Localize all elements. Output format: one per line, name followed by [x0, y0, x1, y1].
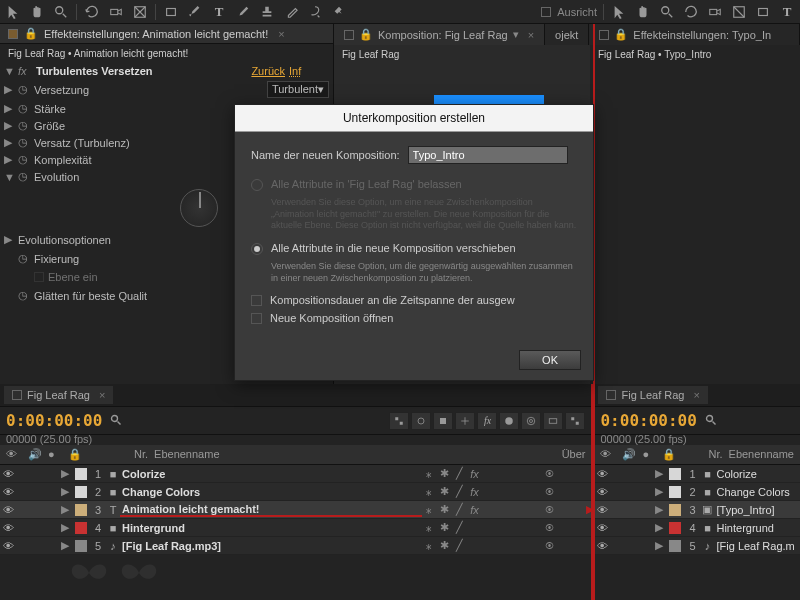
stopwatch-icon[interactable]: ◷ [18, 252, 30, 265]
lock-icon[interactable]: 🔒 [614, 28, 628, 41]
camera-tool-icon[interactable] [107, 3, 125, 21]
layer-name[interactable]: Colorize [714, 468, 800, 480]
layer-row[interactable]: 👁 ▶ 5 ♪ [Fig Leaf Rag.mp3] ⁎ ✱ ╱ ⦿ [0, 537, 591, 555]
label-color[interactable] [669, 504, 681, 516]
twirl-icon[interactable]: ▶ [58, 503, 72, 516]
comp-name-input[interactable] [408, 146, 568, 164]
label-color[interactable] [669, 486, 681, 498]
collapse-switch[interactable]: ✱ [437, 485, 451, 499]
dropdown-icon[interactable]: ▾ [513, 28, 519, 41]
stopwatch-icon[interactable]: ◷ [18, 136, 30, 149]
motion-blur[interactable] [497, 485, 511, 499]
fx-switch[interactable]: fx [467, 467, 481, 481]
twirl-icon[interactable]: ▶ [4, 233, 14, 246]
twirl-icon[interactable]: ▶ [4, 83, 14, 96]
pin-tool-icon[interactable] [330, 3, 348, 21]
adjustment[interactable] [512, 485, 526, 499]
radio-move-attrs[interactable]: Alle Attribute in die neue Komposition v… [251, 242, 577, 255]
switch-btn[interactable] [411, 412, 431, 430]
visibility-toggle[interactable]: 👁 [594, 522, 610, 534]
shy-switch[interactable]: ⁎ [422, 485, 436, 499]
twirl-icon[interactable]: ▶ [652, 503, 666, 516]
label-color[interactable] [75, 522, 87, 534]
frame-blend[interactable] [482, 503, 496, 517]
twirl-icon[interactable]: ▶ [652, 485, 666, 498]
anchor-tool-icon[interactable] [730, 3, 748, 21]
motion-blur[interactable] [497, 503, 511, 517]
twirl-icon[interactable]: ▶ [58, 521, 72, 534]
twirl-icon[interactable]: ▶ [4, 102, 14, 115]
frame-blend[interactable] [482, 467, 496, 481]
parent-link[interactable]: ⦿ [541, 505, 591, 515]
frame-blend[interactable] [482, 485, 496, 499]
twirl-icon[interactable]: ▶ [58, 467, 72, 480]
solo-col[interactable]: ● [48, 448, 62, 461]
layer-row[interactable]: 👁 ▶ 1 ■ Colorize [594, 465, 800, 483]
layer-name[interactable]: Hintergrund [120, 522, 422, 534]
checkbox[interactable] [541, 7, 551, 17]
visibility-toggle[interactable]: 👁 [594, 540, 610, 552]
camera-tool-icon[interactable] [706, 3, 724, 21]
switch-btn[interactable] [521, 412, 541, 430]
stopwatch-icon[interactable]: ◷ [18, 153, 30, 166]
selection-tool-icon[interactable] [4, 3, 22, 21]
quality-switch[interactable]: ╱ [452, 521, 466, 535]
motion-blur[interactable] [497, 539, 511, 553]
collapse-switch[interactable]: ✱ [437, 503, 451, 517]
collapse-switch[interactable]: ✱ [437, 521, 451, 535]
collapse-switch[interactable]: ✱ [437, 539, 451, 553]
3d-switch[interactable] [527, 485, 541, 499]
shy-switch[interactable]: ⁎ [422, 521, 436, 535]
rotate-tool-icon[interactable] [682, 3, 700, 21]
lock-col-icon[interactable]: 🔒 [68, 448, 82, 461]
info-link[interactable]: Inf [289, 65, 329, 77]
rect-tool-icon[interactable] [754, 3, 772, 21]
eye-col-icon[interactable]: 👁 [600, 448, 616, 461]
visibility-toggle[interactable]: 👁 [594, 468, 610, 480]
stopwatch-icon[interactable]: ◷ [18, 289, 30, 302]
speaker-col-icon[interactable]: 🔊 [28, 448, 42, 461]
switch-btn[interactable] [543, 412, 563, 430]
lock-icon[interactable]: 🔒 [24, 27, 38, 40]
layer-row[interactable]: 👁 ▶ 3 T Animation leicht gemacht! ⁎ ✱ ╱ … [0, 501, 591, 519]
3d-switch[interactable] [527, 539, 541, 553]
layer-row[interactable]: 👁 ▶ 2 ■ Change Colors ⁎ ✱ ╱ fx ⦿ [0, 483, 591, 501]
pen-tool-icon[interactable] [186, 3, 204, 21]
panel-tab[interactable]: 🔒 Effekteinstellungen: Animation leicht … [0, 24, 333, 44]
label-color[interactable] [669, 540, 681, 552]
stopwatch-icon[interactable]: ◷ [18, 102, 30, 115]
switch-btn[interactable] [433, 412, 453, 430]
zoom-tool-icon[interactable] [52, 3, 70, 21]
parent-link[interactable]: ⦿ [541, 487, 591, 497]
motion-blur[interactable] [497, 467, 511, 481]
tab-effect-right[interactable]: 🔒 Effekteinstellungen: Typo_In [589, 24, 800, 45]
prop-name[interactable]: Versetzung [34, 84, 263, 96]
switch-btn[interactable] [389, 412, 409, 430]
shy-switch[interactable]: ⁎ [422, 539, 436, 553]
fx-switch[interactable]: fx [467, 485, 481, 499]
visibility-toggle[interactable]: 👁 [0, 504, 16, 516]
layer-row[interactable]: 👁 ▶ 4 ■ Hintergrund ⁎ ✱ ╱ ⦿ [0, 519, 591, 537]
twirl-icon[interactable]: ▶ [652, 539, 666, 552]
layer-name[interactable]: [Typo_Intro] [714, 504, 800, 516]
stopwatch-icon[interactable]: ◷ [18, 83, 30, 96]
layer-row[interactable]: 👁 ▶ 5 ♪ [Fig Leaf Rag.m [594, 537, 800, 555]
visibility-toggle[interactable]: 👁 [0, 522, 16, 534]
effect-name[interactable]: Turbulentes Versetzen [36, 65, 247, 77]
fx-switch[interactable] [467, 539, 481, 553]
selection-tool-icon[interactable] [610, 3, 628, 21]
rotate-tool-icon[interactable] [83, 3, 101, 21]
close-icon[interactable]: × [528, 29, 534, 41]
layer-name[interactable]: Change Colors [120, 486, 422, 498]
layer-name[interactable]: Colorize [120, 468, 422, 480]
rect-tool-icon[interactable] [162, 3, 180, 21]
stopwatch-icon[interactable]: ◷ [18, 170, 30, 183]
adjustment[interactable] [512, 467, 526, 481]
shy-switch[interactable]: ⁎ [422, 503, 436, 517]
hand-tool-icon[interactable] [28, 3, 46, 21]
collapse-switch[interactable]: ✱ [437, 467, 451, 481]
dropdown[interactable]: Turbulent▾ [267, 81, 329, 98]
stamp-tool-icon[interactable] [258, 3, 276, 21]
anchor-tool-icon[interactable] [131, 3, 149, 21]
quality-switch[interactable]: ╱ [452, 485, 466, 499]
